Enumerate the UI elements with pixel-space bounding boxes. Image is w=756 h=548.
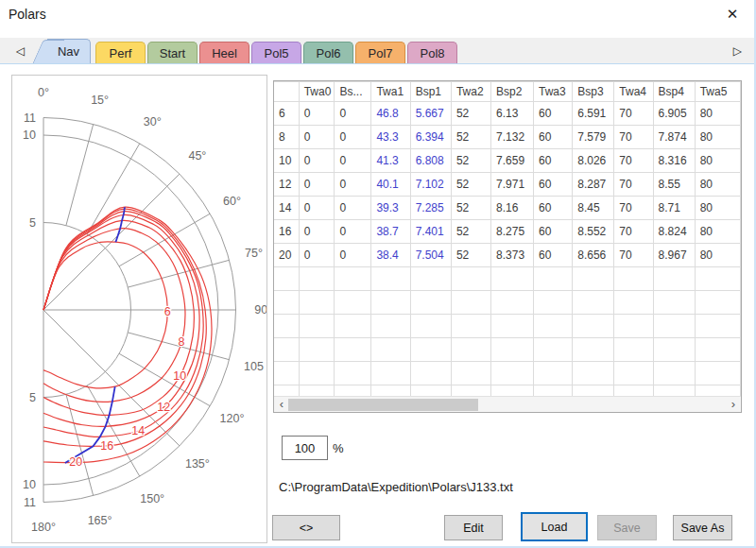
table-cell[interactable] <box>335 291 371 315</box>
tab-scroll-right-icon[interactable]: ▷ <box>733 43 742 60</box>
table-cell[interactable] <box>695 338 740 362</box>
table-cell[interactable] <box>410 338 451 362</box>
edit-button[interactable]: Edit <box>444 515 503 540</box>
tab-pol8[interactable]: Pol8 <box>407 42 457 63</box>
table-cell[interactable]: 8.824 <box>653 220 695 244</box>
table-cell[interactable] <box>573 315 614 338</box>
table-cell[interactable]: 7.971 <box>491 173 534 197</box>
tab-scroll-left-icon[interactable]: ◁ <box>16 43 25 60</box>
table-cell[interactable]: 38.4 <box>371 244 410 267</box>
tab-pol5[interactable]: Pol5 <box>251 42 301 63</box>
table-cell[interactable] <box>695 267 740 291</box>
table-cell[interactable]: 80 <box>695 126 740 149</box>
scroll-left-icon[interactable]: ‹ <box>275 397 288 412</box>
table-cell[interactable] <box>614 338 653 362</box>
table-cell[interactable]: 8.967 <box>653 244 695 267</box>
table-cell[interactable]: 52 <box>451 126 490 149</box>
table-cell[interactable]: 52 <box>451 197 490 220</box>
table-cell[interactable] <box>274 362 299 385</box>
table-cell[interactable]: 8.55 <box>653 173 695 197</box>
table-cell[interactable]: 0 <box>335 102 371 126</box>
table-cell[interactable]: 0 <box>299 102 335 126</box>
table-cell[interactable]: 5.667 <box>410 102 451 126</box>
table-cell[interactable] <box>410 291 451 315</box>
table-cell[interactable] <box>614 291 653 315</box>
table-cell[interactable]: 0 <box>335 126 371 149</box>
table-cell[interactable] <box>573 338 614 362</box>
table-cell[interactable]: 7.132 <box>491 126 534 149</box>
table-cell[interactable] <box>573 291 614 315</box>
tab-perf[interactable]: Perf <box>95 42 146 63</box>
table-cell[interactable] <box>451 291 490 315</box>
table-cell[interactable]: 43.3 <box>371 126 410 149</box>
table-cell[interactable]: 60 <box>533 126 572 149</box>
table-cell[interactable]: 70 <box>614 197 653 220</box>
table-cell[interactable]: 0 <box>299 244 335 267</box>
table-cell[interactable] <box>533 291 572 315</box>
table-cell[interactable]: 70 <box>614 220 653 244</box>
table-cell[interactable]: 52 <box>451 220 490 244</box>
table-cell[interactable]: 60 <box>533 102 572 126</box>
table-cell[interactable] <box>533 267 572 291</box>
tab-start[interactable]: Start <box>147 42 198 63</box>
table-cell[interactable]: 8.552 <box>573 220 614 244</box>
table-cell[interactable]: 60 <box>533 173 572 197</box>
table-cell[interactable] <box>299 338 335 362</box>
table-cell[interactable] <box>451 267 490 291</box>
table-cell[interactable] <box>653 291 695 315</box>
table-cell[interactable]: 0 <box>335 149 371 173</box>
table-cell[interactable] <box>653 315 695 338</box>
table-cell[interactable]: 46.8 <box>371 102 410 126</box>
table-cell[interactable] <box>533 315 572 338</box>
table-cell[interactable] <box>573 267 614 291</box>
tab-pol7[interactable]: Pol7 <box>355 42 405 63</box>
table-cell[interactable]: 0 <box>335 244 371 267</box>
table-cell[interactable]: 8.287 <box>573 173 614 197</box>
close-icon[interactable]: ✕ <box>722 4 743 25</box>
table-cell[interactable]: 80 <box>695 149 740 173</box>
table-cell[interactable] <box>533 338 572 362</box>
table-cell[interactable]: 60 <box>533 197 572 220</box>
table-cell[interactable]: 0 <box>299 126 335 149</box>
table-cell[interactable]: 70 <box>614 173 653 197</box>
table-cell[interactable]: 52 <box>451 244 490 267</box>
table-cell[interactable] <box>491 338 534 362</box>
table-cell[interactable]: 70 <box>614 126 653 149</box>
table-cell[interactable]: 0 <box>335 220 371 244</box>
table-cell[interactable] <box>371 362 410 385</box>
table-cell[interactable] <box>451 338 490 362</box>
scrollbar-thumb[interactable] <box>288 399 478 411</box>
table-cell[interactable] <box>653 338 695 362</box>
save-as-button[interactable]: Save As <box>673 515 732 540</box>
table-cell[interactable]: 60 <box>533 220 572 244</box>
table-cell[interactable] <box>335 267 371 291</box>
table-cell[interactable] <box>491 315 534 338</box>
table-cell[interactable]: 80 <box>695 244 740 267</box>
table-cell[interactable]: 8.316 <box>653 149 695 173</box>
table-cell[interactable]: 7.659 <box>491 149 534 173</box>
table-cell[interactable]: 80 <box>695 197 740 220</box>
tab-pol6[interactable]: Pol6 <box>303 42 353 63</box>
table-cell[interactable] <box>274 338 299 362</box>
table-cell[interactable] <box>299 267 335 291</box>
table-cell[interactable]: 7.401 <box>410 220 451 244</box>
table-cell[interactable] <box>451 315 490 338</box>
table-cell[interactable] <box>573 362 614 385</box>
table-cell[interactable]: 8.275 <box>491 220 534 244</box>
table-cell[interactable]: 52 <box>451 173 490 197</box>
table-cell[interactable] <box>335 315 371 338</box>
table-cell[interactable] <box>299 362 335 385</box>
table-cell[interactable] <box>614 315 653 338</box>
table-cell[interactable]: 38.7 <box>371 220 410 244</box>
table-cell[interactable]: 0 <box>335 173 371 197</box>
table-cell[interactable]: 70 <box>614 102 653 126</box>
table-cell[interactable]: 7.285 <box>410 197 451 220</box>
table-cell[interactable]: 6.808 <box>410 149 451 173</box>
table-cell[interactable] <box>695 315 740 338</box>
table-cell[interactable]: 8.45 <box>573 197 614 220</box>
table-cell[interactable]: 6.394 <box>410 126 451 149</box>
table-cell[interactable]: 8.026 <box>573 149 614 173</box>
table-cell[interactable]: 8.656 <box>573 244 614 267</box>
table-cell[interactable] <box>274 315 299 338</box>
table-cell[interactable]: 0 <box>299 149 335 173</box>
